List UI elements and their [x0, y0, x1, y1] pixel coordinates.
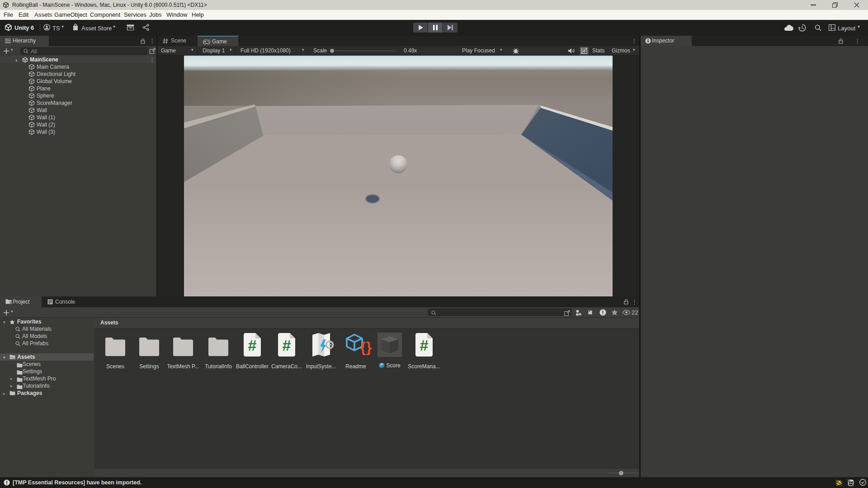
svg-text:}: }	[366, 339, 372, 355]
svg-text:{: {	[360, 339, 366, 355]
